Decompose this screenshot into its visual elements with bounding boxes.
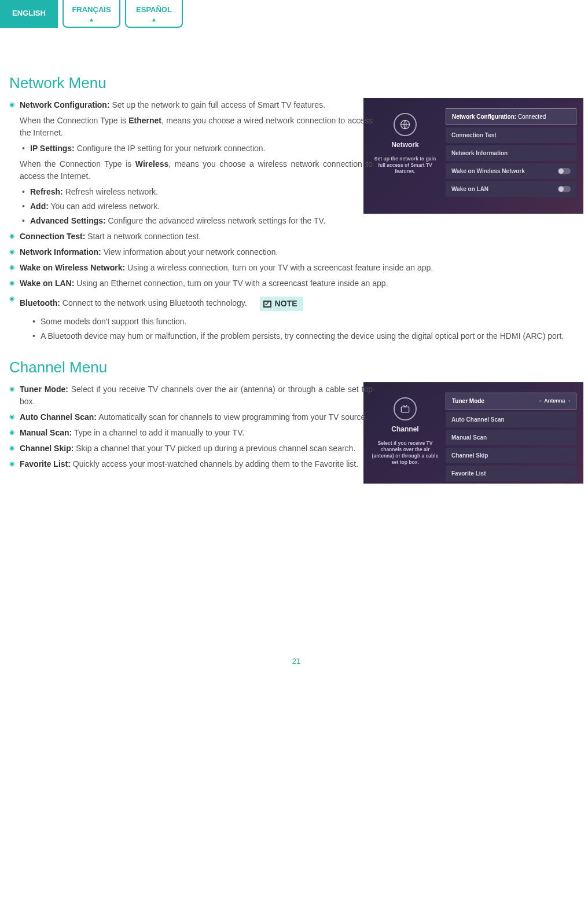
svg-rect-1: [401, 407, 409, 412]
list-item: Some models don't support this function.: [41, 316, 583, 328]
item-label: Connection Test:: [20, 232, 85, 241]
row-connection-test[interactable]: Connection Test: [446, 127, 576, 143]
row-label: Favorite List: [451, 469, 486, 478]
row-auto-scan[interactable]: Auto Channel Scan: [446, 412, 576, 427]
row-label: Connection Test: [451, 131, 497, 140]
row-network-info[interactable]: Network Information: [446, 145, 576, 161]
chevron-up-icon: ▲: [151, 17, 157, 23]
network-section: Network Set up the network to gain full …: [9, 99, 583, 342]
item-label: Advanced Settings:: [30, 216, 106, 225]
row-label: Network Configuration:: [452, 114, 518, 120]
selector-value: Antenna: [544, 397, 565, 405]
row-label: Manual Scan: [451, 433, 487, 442]
row-network-config[interactable]: Network Configuration: Connected: [446, 108, 576, 125]
item-label: Network Information:: [20, 247, 101, 257]
item-label: Wake on Wireless Network:: [20, 263, 125, 272]
item-desc: Connect to the network using Bluetooth t…: [60, 298, 247, 308]
network-settings-screenshot: Network Set up the network to gain full …: [363, 98, 583, 214]
language-tabs: ENGLISH FRANÇAIS ▲ ESPAÑOL ▲: [0, 0, 588, 28]
tab-label: ENGLISH: [12, 8, 46, 19]
channel-menu-heading: Channel Menu: [9, 356, 583, 379]
channel-settings-screenshot: Channel Select if you receive TV channel…: [363, 382, 583, 484]
item-label: Bluetooth:: [20, 298, 60, 308]
row-label: Wake on LAN: [451, 185, 488, 193]
channel-section: Channel Select if you receive TV channel…: [9, 383, 583, 470]
item-label: Favorite List:: [20, 459, 71, 469]
item-desc: Configure the advanced wireless network …: [106, 216, 326, 225]
row-label: Wake on Wireless Network: [451, 167, 525, 175]
row-value: Connected: [518, 114, 546, 120]
row-channel-skip[interactable]: Channel Skip: [446, 448, 576, 463]
page-number: 21: [9, 656, 583, 667]
row-manual-scan[interactable]: Manual Scan: [446, 430, 576, 445]
network-menu-heading: Network Menu: [9, 72, 583, 94]
row-wake-lan[interactable]: Wake on LAN: [446, 181, 576, 197]
tab-espanol[interactable]: ESPAÑOL ▲: [125, 0, 183, 28]
chevron-left-icon: ‹: [539, 398, 541, 405]
selector[interactable]: ‹ Antenna ›: [539, 397, 570, 405]
list-item: Wake on Wireless Network: Using a wirele…: [20, 262, 583, 274]
item-desc: Skip a channel that your TV picked up du…: [74, 444, 355, 453]
item-desc: You can add wireless network.: [49, 202, 160, 211]
item-desc: Configure the IP setting for your networ…: [75, 144, 266, 153]
item-label: Add:: [30, 202, 49, 211]
list-item: Manual Scan: Type in a channel to add it…: [20, 427, 373, 439]
list-item: Favorite List: Quickly access your most-…: [20, 458, 373, 470]
tab-label: FRANÇAIS: [72, 4, 111, 16]
list-item: Network Information: View information ab…: [20, 246, 583, 258]
paragraph: When the Connection Type is Ethernet, me…: [20, 115, 373, 139]
note-label: NOTE: [275, 298, 297, 310]
item-label: Manual Scan:: [20, 428, 72, 437]
tv-icon: [394, 397, 417, 420]
row-label: Tuner Mode: [452, 397, 484, 405]
item-label: Auto Channel Scan:: [20, 412, 97, 422]
panel-sidebar-title: Channel: [370, 424, 440, 434]
panel-sidebar-title: Network: [370, 140, 440, 150]
list-item: IP Settings: Configure the IP setting fo…: [30, 142, 373, 155]
item-desc: Refresh wireless network.: [63, 187, 158, 196]
item-desc: Type in a channel to add it manually to …: [72, 428, 244, 437]
list-item: Channel Skip: Skip a channel that your T…: [20, 442, 373, 455]
row-label: Network Information: [451, 149, 508, 158]
row-favorite-list[interactable]: Favorite List: [446, 466, 576, 481]
list-item: Auto Channel Scan: Automatically scan fo…: [20, 411, 373, 423]
list-item: Network Configuration: Set up the networ…: [20, 99, 373, 227]
item-label: IP Settings:: [30, 144, 75, 153]
list-item: Add: You can add wireless network.: [30, 200, 373, 213]
list-item: Bluetooth: Connect to the network using …: [20, 293, 583, 342]
item-desc: Start a network connection test.: [85, 232, 201, 241]
toggle-switch[interactable]: [558, 186, 571, 192]
note-badge: ✓ NOTE: [260, 297, 303, 311]
tab-label: ESPAÑOL: [136, 4, 172, 16]
item-label: Tuner Mode:: [20, 385, 68, 394]
list-item: Tuner Mode: Select if you receive TV cha…: [20, 383, 373, 408]
tab-english[interactable]: ENGLISH: [0, 0, 58, 28]
row-label: Auto Channel Scan: [451, 415, 505, 424]
item-label: Channel Skip:: [20, 444, 74, 453]
panel-sidebar-desc: Set up the network to gain full access o…: [370, 156, 440, 175]
chevron-right-icon: ›: [568, 398, 570, 405]
item-label: Wake on LAN:: [20, 279, 74, 288]
list-item: Connection Test: Start a network connect…: [20, 231, 583, 243]
globe-icon: [394, 113, 417, 136]
item-desc: Using an Ethernet connection, turn on yo…: [74, 279, 388, 288]
item-desc: View information about your network conn…: [101, 247, 278, 257]
list-item: Refresh: Refresh wireless network.: [30, 186, 373, 198]
row-label: Channel Skip: [451, 451, 488, 460]
panel-rows: Network Configuration: Connected Connect…: [446, 108, 576, 196]
panel-sidebar: Network Set up the network to gain full …: [370, 108, 440, 196]
row-wake-wireless[interactable]: Wake on Wireless Network: [446, 163, 576, 179]
tab-francais[interactable]: FRANÇAIS ▲: [63, 0, 120, 28]
list-item: Advanced Settings: Configure the advance…: [30, 215, 586, 227]
item-desc: Quickly access your most-watched channel…: [71, 459, 358, 469]
panel-sidebar: Channel Select if you receive TV channel…: [370, 393, 440, 466]
item-desc: Select if you receive TV channels over t…: [20, 385, 373, 406]
checkbox-icon: ✓: [263, 301, 271, 308]
item-label: Refresh:: [30, 187, 63, 196]
item-desc: Using a wireless connection, turn on you…: [125, 263, 433, 272]
list-item: A Bluetooth device may hum or malfunctio…: [41, 330, 583, 342]
page-content: Network Menu Network Set up the network …: [0, 28, 588, 667]
toggle-switch[interactable]: [558, 168, 571, 174]
row-tuner-mode[interactable]: Tuner Mode ‹ Antenna ›: [446, 393, 576, 409]
item-label: Network Configuration:: [20, 100, 110, 109]
